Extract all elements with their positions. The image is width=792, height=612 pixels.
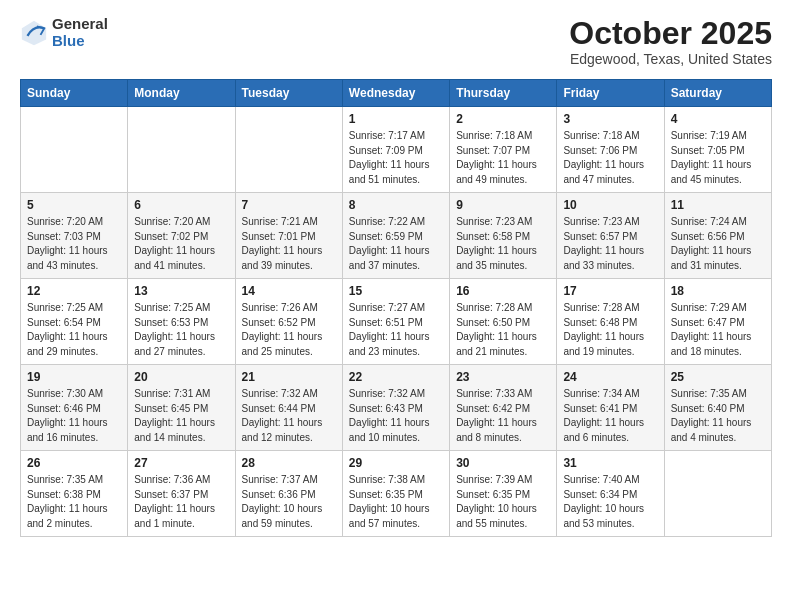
calendar-week: 1Sunrise: 7:17 AM Sunset: 7:09 PM Daylig…: [21, 107, 772, 193]
day-info: Sunrise: 7:32 AM Sunset: 6:44 PM Dayligh…: [242, 387, 336, 445]
calendar-cell: 8Sunrise: 7:22 AM Sunset: 6:59 PM Daylig…: [342, 193, 449, 279]
day-number: 13: [134, 284, 228, 298]
calendar-cell: 9Sunrise: 7:23 AM Sunset: 6:58 PM Daylig…: [450, 193, 557, 279]
day-info: Sunrise: 7:39 AM Sunset: 6:35 PM Dayligh…: [456, 473, 550, 531]
day-info: Sunrise: 7:21 AM Sunset: 7:01 PM Dayligh…: [242, 215, 336, 273]
day-info: Sunrise: 7:18 AM Sunset: 7:07 PM Dayligh…: [456, 129, 550, 187]
calendar-cell: 21Sunrise: 7:32 AM Sunset: 6:44 PM Dayli…: [235, 365, 342, 451]
day-info: Sunrise: 7:31 AM Sunset: 6:45 PM Dayligh…: [134, 387, 228, 445]
header-cell-wednesday: Wednesday: [342, 80, 449, 107]
day-number: 15: [349, 284, 443, 298]
day-number: 16: [456, 284, 550, 298]
calendar-cell: 28Sunrise: 7:37 AM Sunset: 6:36 PM Dayli…: [235, 451, 342, 537]
header-cell-monday: Monday: [128, 80, 235, 107]
title-area: October 2025 Edgewood, Texas, United Sta…: [569, 16, 772, 67]
subtitle: Edgewood, Texas, United States: [569, 51, 772, 67]
calendar-table: SundayMondayTuesdayWednesdayThursdayFrid…: [20, 79, 772, 537]
calendar-cell: 18Sunrise: 7:29 AM Sunset: 6:47 PM Dayli…: [664, 279, 771, 365]
calendar-cell: 31Sunrise: 7:40 AM Sunset: 6:34 PM Dayli…: [557, 451, 664, 537]
day-number: 18: [671, 284, 765, 298]
day-info: Sunrise: 7:23 AM Sunset: 6:57 PM Dayligh…: [563, 215, 657, 273]
day-info: Sunrise: 7:20 AM Sunset: 7:02 PM Dayligh…: [134, 215, 228, 273]
day-number: 11: [671, 198, 765, 212]
calendar-cell: [664, 451, 771, 537]
calendar-cell: [128, 107, 235, 193]
day-info: Sunrise: 7:19 AM Sunset: 7:05 PM Dayligh…: [671, 129, 765, 187]
day-number: 22: [349, 370, 443, 384]
calendar-week: 5Sunrise: 7:20 AM Sunset: 7:03 PM Daylig…: [21, 193, 772, 279]
calendar-cell: 22Sunrise: 7:32 AM Sunset: 6:43 PM Dayli…: [342, 365, 449, 451]
day-number: 17: [563, 284, 657, 298]
day-info: Sunrise: 7:38 AM Sunset: 6:35 PM Dayligh…: [349, 473, 443, 531]
day-info: Sunrise: 7:25 AM Sunset: 6:53 PM Dayligh…: [134, 301, 228, 359]
day-info: Sunrise: 7:35 AM Sunset: 6:38 PM Dayligh…: [27, 473, 121, 531]
calendar-cell: 13Sunrise: 7:25 AM Sunset: 6:53 PM Dayli…: [128, 279, 235, 365]
day-info: Sunrise: 7:36 AM Sunset: 6:37 PM Dayligh…: [134, 473, 228, 531]
header-cell-thursday: Thursday: [450, 80, 557, 107]
day-info: Sunrise: 7:30 AM Sunset: 6:46 PM Dayligh…: [27, 387, 121, 445]
day-number: 20: [134, 370, 228, 384]
day-info: Sunrise: 7:37 AM Sunset: 6:36 PM Dayligh…: [242, 473, 336, 531]
calendar-cell: 12Sunrise: 7:25 AM Sunset: 6:54 PM Dayli…: [21, 279, 128, 365]
calendar-cell: 17Sunrise: 7:28 AM Sunset: 6:48 PM Dayli…: [557, 279, 664, 365]
logo-blue: Blue: [52, 33, 108, 50]
day-info: Sunrise: 7:26 AM Sunset: 6:52 PM Dayligh…: [242, 301, 336, 359]
day-info: Sunrise: 7:32 AM Sunset: 6:43 PM Dayligh…: [349, 387, 443, 445]
day-number: 6: [134, 198, 228, 212]
calendar-week: 26Sunrise: 7:35 AM Sunset: 6:38 PM Dayli…: [21, 451, 772, 537]
day-number: 12: [27, 284, 121, 298]
logo-text: General Blue: [52, 16, 108, 49]
calendar-cell: 30Sunrise: 7:39 AM Sunset: 6:35 PM Dayli…: [450, 451, 557, 537]
day-number: 8: [349, 198, 443, 212]
calendar-cell: 6Sunrise: 7:20 AM Sunset: 7:02 PM Daylig…: [128, 193, 235, 279]
day-number: 31: [563, 456, 657, 470]
calendar-cell: 16Sunrise: 7:28 AM Sunset: 6:50 PM Dayli…: [450, 279, 557, 365]
calendar-cell: 7Sunrise: 7:21 AM Sunset: 7:01 PM Daylig…: [235, 193, 342, 279]
day-info: Sunrise: 7:29 AM Sunset: 6:47 PM Dayligh…: [671, 301, 765, 359]
header-cell-tuesday: Tuesday: [235, 80, 342, 107]
day-number: 1: [349, 112, 443, 126]
day-number: 10: [563, 198, 657, 212]
day-info: Sunrise: 7:34 AM Sunset: 6:41 PM Dayligh…: [563, 387, 657, 445]
header-row: SundayMondayTuesdayWednesdayThursdayFrid…: [21, 80, 772, 107]
day-info: Sunrise: 7:23 AM Sunset: 6:58 PM Dayligh…: [456, 215, 550, 273]
day-number: 23: [456, 370, 550, 384]
day-number: 14: [242, 284, 336, 298]
day-number: 19: [27, 370, 121, 384]
calendar-cell: 3Sunrise: 7:18 AM Sunset: 7:06 PM Daylig…: [557, 107, 664, 193]
calendar-header: SundayMondayTuesdayWednesdayThursdayFrid…: [21, 80, 772, 107]
page-container: General Blue October 2025 Edgewood, Texa…: [0, 0, 792, 547]
header: General Blue October 2025 Edgewood, Texa…: [20, 16, 772, 67]
header-cell-sunday: Sunday: [21, 80, 128, 107]
calendar-cell: 19Sunrise: 7:30 AM Sunset: 6:46 PM Dayli…: [21, 365, 128, 451]
calendar-cell: 23Sunrise: 7:33 AM Sunset: 6:42 PM Dayli…: [450, 365, 557, 451]
calendar-week: 12Sunrise: 7:25 AM Sunset: 6:54 PM Dayli…: [21, 279, 772, 365]
day-info: Sunrise: 7:28 AM Sunset: 6:50 PM Dayligh…: [456, 301, 550, 359]
day-number: 30: [456, 456, 550, 470]
page-title: October 2025: [569, 16, 772, 51]
day-info: Sunrise: 7:25 AM Sunset: 6:54 PM Dayligh…: [27, 301, 121, 359]
calendar-cell: 10Sunrise: 7:23 AM Sunset: 6:57 PM Dayli…: [557, 193, 664, 279]
calendar-cell: 14Sunrise: 7:26 AM Sunset: 6:52 PM Dayli…: [235, 279, 342, 365]
calendar-week: 19Sunrise: 7:30 AM Sunset: 6:46 PM Dayli…: [21, 365, 772, 451]
day-number: 29: [349, 456, 443, 470]
day-info: Sunrise: 7:24 AM Sunset: 6:56 PM Dayligh…: [671, 215, 765, 273]
calendar-cell: 27Sunrise: 7:36 AM Sunset: 6:37 PM Dayli…: [128, 451, 235, 537]
calendar-cell: 4Sunrise: 7:19 AM Sunset: 7:05 PM Daylig…: [664, 107, 771, 193]
day-number: 21: [242, 370, 336, 384]
day-number: 28: [242, 456, 336, 470]
day-number: 27: [134, 456, 228, 470]
day-info: Sunrise: 7:18 AM Sunset: 7:06 PM Dayligh…: [563, 129, 657, 187]
calendar-cell: 24Sunrise: 7:34 AM Sunset: 6:41 PM Dayli…: [557, 365, 664, 451]
day-info: Sunrise: 7:27 AM Sunset: 6:51 PM Dayligh…: [349, 301, 443, 359]
logo-general: General: [52, 16, 108, 33]
day-info: Sunrise: 7:28 AM Sunset: 6:48 PM Dayligh…: [563, 301, 657, 359]
calendar-cell: 11Sunrise: 7:24 AM Sunset: 6:56 PM Dayli…: [664, 193, 771, 279]
calendar-cell: [21, 107, 128, 193]
header-cell-friday: Friday: [557, 80, 664, 107]
calendar-cell: 20Sunrise: 7:31 AM Sunset: 6:45 PM Dayli…: [128, 365, 235, 451]
day-number: 9: [456, 198, 550, 212]
day-info: Sunrise: 7:20 AM Sunset: 7:03 PM Dayligh…: [27, 215, 121, 273]
calendar-cell: 15Sunrise: 7:27 AM Sunset: 6:51 PM Dayli…: [342, 279, 449, 365]
calendar-cell: 2Sunrise: 7:18 AM Sunset: 7:07 PM Daylig…: [450, 107, 557, 193]
